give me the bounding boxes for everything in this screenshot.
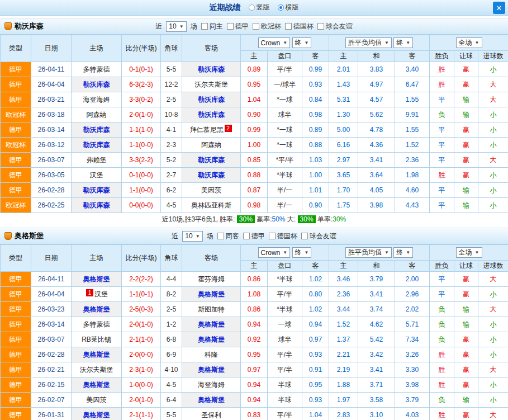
asian-home-odds: 0.88 (241, 168, 268, 183)
euro-home-odds: 3.65 (329, 168, 358, 183)
team-name: 阿森纳 (87, 111, 107, 119)
result-outcome: 胜 (430, 168, 454, 183)
checkbox-icon[interactable] (227, 23, 234, 30)
result-outcome: 平 (430, 153, 454, 168)
result-goals: 大 (478, 153, 508, 168)
team-name: 海登海姆 (83, 96, 110, 103)
euro-stage-select[interactable]: 终▼ (393, 247, 413, 258)
league-type: 德甲 (1, 362, 31, 377)
result-outcome: 胜 (430, 77, 454, 92)
asian-home-odds: 0.94 (241, 317, 268, 332)
away-team: 沃尔夫斯堡 (182, 77, 241, 92)
filter-checkbox[interactable]: 同主 (201, 22, 223, 31)
checkbox-icon[interactable] (269, 233, 276, 239)
result-outcome: 平 (430, 122, 454, 138)
radio-checked-icon[interactable] (278, 4, 284, 11)
checkbox-icon[interactable] (301, 233, 308, 239)
euro-away-odds: 3.30 (395, 362, 430, 377)
match-date: 26-03-23 (31, 302, 72, 317)
layout-horizontal-radio[interactable]: 横版 (278, 3, 299, 12)
scope-select[interactable]: 全场▼ (456, 37, 482, 48)
euro-away-odds: 2.96 (395, 287, 430, 302)
team-name: 勒沃库森 (198, 96, 225, 103)
checkbox-icon[interactable] (243, 233, 250, 239)
euro-stage-select[interactable]: 终▼ (393, 37, 413, 48)
team-name: 奥格斯堡 (83, 351, 110, 358)
away-team: 勒沃库森 (182, 92, 241, 107)
away-team: 科隆 (182, 347, 241, 362)
match-date: 26-03-14 (31, 122, 72, 138)
filter-checkbox[interactable]: 球会友谊 (301, 232, 336, 241)
team-name: 汉堡 (94, 290, 108, 298)
filter-label: 球会友谊 (310, 232, 336, 241)
euro-home-odds: 2.01 (329, 62, 358, 77)
asian-away-odds: 1.02 (302, 302, 329, 317)
page-title: 近期战绩 (210, 3, 241, 13)
asian-handicap: 一球 (268, 317, 302, 332)
home-team: 奥格斯堡 (72, 302, 122, 317)
filter-checkbox[interactable]: 同客 (217, 232, 239, 241)
checkbox-icon[interactable] (317, 23, 324, 30)
euro-draw-odds: 4.78 (358, 122, 395, 138)
team-name: 勒沃库森 (83, 201, 110, 209)
league-type: 德甲 (1, 302, 31, 317)
chevron-down-icon: ▼ (384, 40, 389, 45)
filter-checkbox[interactable]: 德国杯 (285, 22, 314, 31)
close-button[interactable]: ✕ (493, 2, 505, 14)
filter-checkbox[interactable]: 德甲 (243, 232, 265, 241)
layout-vertical-radio[interactable]: 竖版 (249, 3, 270, 12)
euro-draw-odds: 4.36 (358, 138, 395, 153)
match-date: 26-03-07 (31, 332, 72, 347)
radio-unchecked-icon[interactable] (249, 4, 255, 11)
scope-select[interactable]: 全场▼ (456, 247, 482, 258)
result-goals: 小 (478, 287, 508, 302)
euro-mean-select[interactable]: 胜平负均值▼ (345, 247, 392, 258)
filter-checkbox[interactable]: 欧冠杯 (253, 22, 281, 31)
result-goals: 小 (478, 377, 508, 393)
summary-part: 近10场,胜3平6负1, 胜率: (162, 215, 237, 224)
odds-company-select[interactable]: Crown▼ (258, 37, 291, 48)
odds-stage-select[interactable]: 终▼ (292, 247, 312, 258)
asian-handicap: 半/一 (268, 198, 302, 213)
euro-mean-value: 胜平负均值 (348, 38, 382, 48)
asian-away-odds: 1.00 (302, 168, 329, 183)
matches-table-leverkusen: 类型 日期 主场 比分(半场) 角球 客场 Crown▼ 终▼ 胜平负均值▼ 终… (0, 35, 508, 213)
recent-count-value: 10 (169, 22, 176, 30)
euro-home-odds: 2.19 (329, 362, 358, 377)
filter-checkbox[interactable]: 德国杯 (269, 232, 297, 241)
euro-home-odds: 1.70 (329, 183, 358, 198)
league-type: 德甲 (1, 317, 31, 332)
match-row: 德甲26-02-21沃尔夫斯堡2-3(1-0)4-10奥格斯堡0.97平/半0.… (1, 362, 508, 377)
away-team: 拜仁慕尼黑2 (182, 122, 241, 138)
match-row: 德甲26-03-05汉堡0-1(0-0)2-7勒沃库森0.88*半球1.003.… (1, 168, 508, 183)
match-date: 26-03-05 (31, 168, 72, 183)
team-heading: 奥格斯堡 (4, 231, 44, 241)
asian-away-odds: 0.93 (302, 393, 329, 408)
asian-home-odds: 0.83 (241, 408, 268, 420)
result-handicap: 赢 (454, 377, 478, 393)
checkbox-icon[interactable] (285, 23, 292, 30)
col-type: 类型 (1, 35, 31, 62)
euro-mean-select[interactable]: 胜平负均值▼ (345, 37, 392, 48)
checkbox-icon[interactable] (201, 23, 208, 30)
checkbox-icon[interactable] (253, 23, 259, 30)
asian-handicap: *半球 (268, 302, 302, 317)
chevron-down-icon: ▼ (283, 40, 287, 45)
recent-count-select[interactable]: 10 ▼ (166, 21, 186, 32)
euro-away-odds: 3.98 (395, 377, 430, 393)
home-team: 勒沃库森 (72, 198, 122, 213)
summary-part: 30% (333, 215, 346, 223)
recent-count-select[interactable]: 10 ▼ (182, 231, 202, 242)
filter-checkbox[interactable]: 德甲 (227, 22, 249, 31)
odds-company-select[interactable]: Crown▼ (258, 247, 291, 258)
asian-handicap: *平/半 (268, 153, 302, 168)
col-date: 日期 (31, 35, 72, 62)
odds-stage-select[interactable]: 终▼ (292, 37, 312, 48)
filter-checkbox[interactable]: 球会友谊 (317, 22, 353, 31)
result-outcome: 负 (430, 107, 454, 122)
result-goals: 小 (478, 138, 508, 153)
subcol-asian-away: 客 (302, 261, 329, 272)
euro-home-odds: 1.37 (329, 332, 358, 347)
corner-count: 5-5 (161, 408, 182, 420)
checkbox-icon[interactable] (217, 233, 224, 239)
